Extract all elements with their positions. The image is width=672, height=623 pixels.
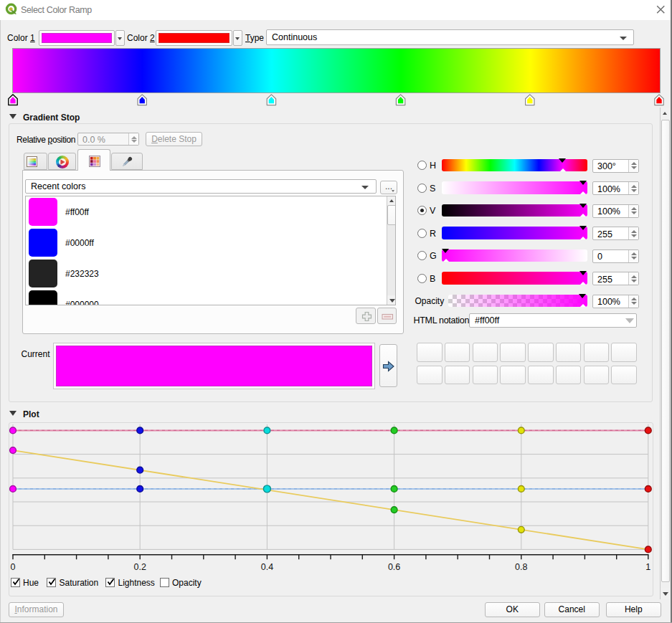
svg-text:1: 1 xyxy=(645,562,650,572)
svg-text:0: 0 xyxy=(11,562,16,572)
svg-text:0.6: 0.6 xyxy=(388,562,400,572)
svg-text:0.2: 0.2 xyxy=(134,562,146,572)
svg-text:0.4: 0.4 xyxy=(261,562,273,572)
svg-text:0.8: 0.8 xyxy=(515,562,527,572)
